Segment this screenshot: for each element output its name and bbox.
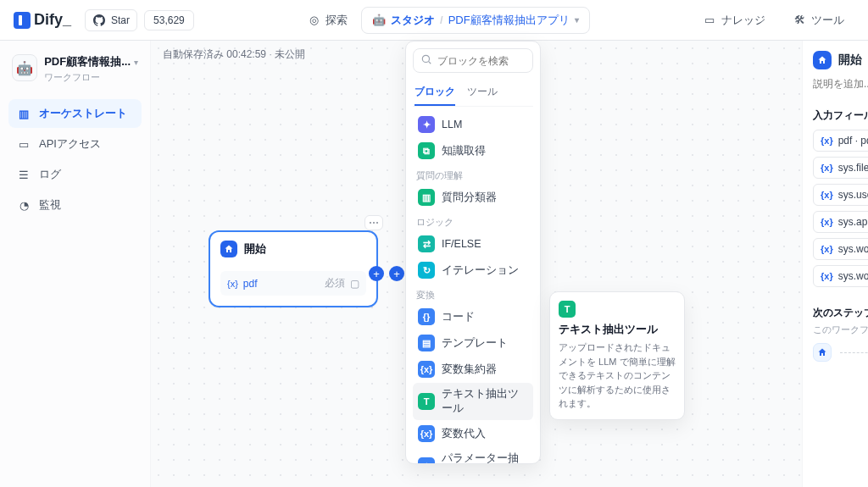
nav-explore[interactable]: ◎ 探索 [297, 8, 358, 33]
app-header[interactable]: 🤖 PDF顧客情報抽... ▾ ワークフロー [8, 51, 142, 96]
sidebar-item-api[interactable]: ▭ APIアクセス [8, 130, 142, 158]
variable-icon: {x} [227, 279, 238, 289]
picker-item[interactable]: Tテキスト抽出ツール [413, 383, 533, 420]
block-search-input[interactable] [437, 55, 541, 67]
app-subtitle: ワークフロー [44, 71, 138, 84]
next-step-subtext: このワークフロー [813, 324, 868, 336]
node-details-panel: 開始 入力フィールド {x}pdf · pdf{x}sys.files{x}sy… [802, 41, 868, 487]
picker-section-label: ロジック [413, 211, 533, 230]
details-title: 開始 [838, 53, 862, 68]
block-type-icon: ▤ [418, 335, 435, 351]
next-step-row: ▣ [813, 343, 868, 362]
sidebar-item-orchestrate[interactable]: ▥ オーケストレート [8, 99, 142, 128]
hammer-icon: 🛠 [793, 14, 806, 27]
block-type-icon: {x} [418, 361, 435, 378]
picker-item-label: イテレーション [442, 263, 519, 278]
gauge-icon: ◔ [17, 198, 31, 212]
variable-chip[interactable]: {x}pdf · pdf [813, 130, 868, 152]
variable-chip[interactable]: {x}sys.files [813, 157, 868, 179]
search-icon [420, 53, 432, 68]
picker-section-label: 質問の理解 [413, 164, 533, 184]
sidebar-item-monitoring[interactable]: ◔ 監視 [8, 191, 142, 219]
node-add-output-button[interactable]: + [369, 266, 384, 281]
api-icon: ▭ [17, 137, 31, 151]
breadcrumb-separator: / [440, 14, 443, 26]
left-sidebar: 🤖 PDF顧客情報抽... ▾ ワークフロー ▥ オーケストレート ▭ APIア… [0, 41, 151, 487]
picker-item[interactable]: ↻イテレーション [413, 257, 533, 283]
picker-item[interactable]: {}コード [413, 304, 533, 329]
nav-knowledge[interactable]: ▭ ナレッジ [693, 8, 776, 33]
main-layout: 🤖 PDF顧客情報抽... ▾ ワークフロー ▥ オーケストレート ▭ APIア… [0, 41, 868, 487]
variable-name: pdf [243, 278, 258, 290]
star-label: Star [111, 14, 130, 26]
file-type-icon: ▢ [350, 278, 359, 290]
picker-item[interactable]: ◆パラメーター抽出 [413, 447, 533, 464]
picker-item-label: 変数代入 [442, 427, 486, 441]
picker-item[interactable]: ⇄IF/ELSE [413, 231, 533, 257]
picker-item-label: 変数集約器 [442, 362, 497, 377]
variable-chip[interactable]: {x}sys.user_ [813, 184, 868, 206]
block-type-icon: {x} [418, 425, 435, 442]
nav-tools[interactable]: 🛠 ツール [782, 8, 854, 33]
node-more-button[interactable]: ⋯ [364, 215, 383, 230]
app-title: PDF顧客情報抽... [44, 54, 131, 69]
text-extract-icon: T [559, 301, 576, 318]
svg-point-0 [422, 55, 429, 62]
app-icon: 🤖 [12, 54, 37, 81]
block-type-icon: ◆ [418, 457, 435, 464]
block-tooltip: T テキスト抽出ツール アップロードされたドキュメントを LLM で簡単に理解で… [549, 291, 685, 420]
github-star-button[interactable]: Star [85, 9, 137, 31]
picker-item[interactable]: {x}変数集約器 [413, 357, 533, 382]
chevron-down-icon[interactable]: ▾ [134, 58, 138, 67]
block-search[interactable] [413, 48, 533, 73]
variable-icon: {x} [821, 190, 833, 200]
picker-item-label: LLM [442, 119, 462, 130]
top-center-nav: ◎ 探索 🤖 スタジオ / PDF顧客情報抽出アプリ ▾ [201, 7, 686, 34]
picker-item[interactable]: ✦LLM [413, 112, 533, 137]
variable-icon: {x} [821, 244, 833, 254]
picker-item[interactable]: ⧉知識取得 [413, 138, 533, 163]
variable-chip[interactable]: {x}sys.app_ [813, 211, 868, 233]
node-add-next-button[interactable]: + [389, 266, 404, 281]
tab-tools[interactable]: ツール [467, 80, 498, 106]
start-node[interactable]: ⋯ 開始 {x} pdf 必須 ▢ + [209, 230, 378, 307]
node-title: 開始 [244, 241, 266, 257]
block-picker-panel: ブロック ツール ✦LLM⧉知識取得質問の理解▥質問分類器ロジック⇄IF/ELS… [405, 41, 541, 464]
workflow-canvas[interactable]: 自動保存済み 00:42:59 · 未公開 ⋯ 開始 {x} pdf [151, 41, 802, 487]
home-icon [220, 241, 237, 257]
node-header: 開始 [210, 232, 376, 266]
nav-studio[interactable]: 🤖 スタジオ / PDF顧客情報抽出アプリ ▾ [361, 7, 590, 34]
github-star-count[interactable]: 53,629 [144, 10, 194, 30]
compass-icon: ◎ [307, 14, 320, 27]
start-node-chip-icon[interactable] [813, 343, 832, 362]
variable-chip[interactable]: {x}sys.workf [813, 238, 868, 260]
tab-blocks[interactable]: ブロック [415, 80, 455, 106]
github-icon [92, 14, 106, 27]
variable-icon: {x} [821, 163, 833, 173]
tooltip-description: アップロードされたドキュメントを LLM で簡単に理解できるテキストのコンテンツ… [559, 340, 676, 411]
picker-item[interactable]: ▤テンプレート [413, 330, 533, 356]
route-icon: ▥ [17, 107, 31, 120]
robot-icon: 🤖 [372, 14, 386, 27]
top-navigation: Dify_ Star 53,629 ◎ 探索 🤖 スタジオ / PDF顧客情報抽… [0, 0, 868, 41]
block-type-icon: ↻ [418, 262, 435, 279]
description-input[interactable] [813, 78, 868, 90]
sidebar-item-logs[interactable]: ☰ ログ [8, 160, 142, 189]
variable-chip[interactable]: {x}sys.workf [813, 265, 868, 287]
chevron-down-icon: ▾ [575, 15, 579, 25]
logo[interactable]: Dify_ [14, 11, 71, 29]
picker-item-label: 知識取得 [442, 144, 486, 158]
picker-item-label: 質問分類器 [442, 191, 497, 205]
node-variable-row[interactable]: {x} pdf 必須 ▢ [220, 271, 366, 296]
variable-icon: {x} [821, 271, 833, 281]
log-icon: ☰ [17, 168, 31, 181]
block-type-icon: ⧉ [418, 142, 435, 159]
logo-text: Dify_ [34, 11, 71, 29]
picker-item[interactable]: {x}変数代入 [413, 421, 533, 446]
svg-line-1 [429, 62, 431, 64]
picker-item[interactable]: ▥質問分類器 [413, 185, 533, 210]
picker-item-label: コード [442, 310, 475, 324]
picker-item-label: IF/ELSE [442, 238, 481, 250]
variable-icon: {x} [821, 136, 833, 146]
logo-mark-icon [14, 12, 31, 29]
